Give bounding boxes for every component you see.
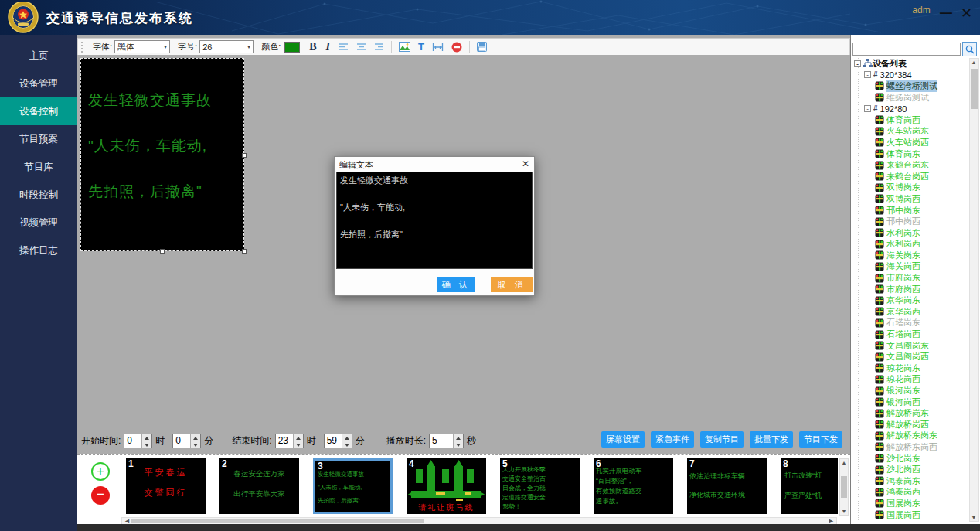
sidebar-item-2[interactable]: 设备管理 xyxy=(0,70,77,97)
add-program-button[interactable]: + xyxy=(91,462,110,481)
save-icon[interactable] xyxy=(477,42,487,52)
sidebar-item-5[interactable]: 节目库 xyxy=(0,153,77,181)
tree-root[interactable]: -设备列表 xyxy=(851,58,968,70)
tree-device[interactable]: 维扬岗测试 xyxy=(851,92,968,104)
tree-device[interactable]: 来鹤台岗西 xyxy=(851,171,968,182)
confirm-button[interactable]: 确 认 xyxy=(437,277,475,292)
action-button-3[interactable]: 复制节目 xyxy=(700,431,744,448)
tree-device[interactable]: 国展岗西 xyxy=(851,509,968,521)
tree-device[interactable]: 体育岗西 xyxy=(851,114,968,126)
align-left-icon[interactable] xyxy=(339,43,349,51)
collapse-icon[interactable]: - xyxy=(864,105,871,112)
program-thumbnail-6[interactable]: 6扎实开展电动车 “百日整治”， 有效预防道路交 通事故。 xyxy=(594,458,673,514)
sidebar-item-7[interactable]: 视频管理 xyxy=(0,209,77,237)
duration-stepper[interactable]: 5 xyxy=(429,434,464,448)
sidebar-item-6[interactable]: 时段控制 xyxy=(0,181,77,209)
stepper-buttons[interactable] xyxy=(453,434,463,448)
tree-device[interactable]: 鸿泰岗东 xyxy=(851,475,968,487)
text-tool-button[interactable]: T xyxy=(418,41,424,53)
tree-device[interactable]: 海关岗西 xyxy=(851,261,968,273)
search-button[interactable] xyxy=(962,42,977,56)
start-hour-stepper[interactable]: 0 xyxy=(124,434,152,448)
stepper-buttons[interactable] xyxy=(293,434,303,448)
close-button[interactable]: ✕ xyxy=(961,5,972,22)
tree-device[interactable]: 邗中岗西 xyxy=(851,216,968,227)
font-size-select[interactable]: 26 ▾ xyxy=(199,40,254,53)
marquee-width-icon[interactable] xyxy=(432,43,444,52)
tree-device[interactable]: 京华岗东 xyxy=(851,294,968,306)
tree-device[interactable]: 国展岗东 xyxy=(851,498,968,509)
tree-device[interactable]: 沙北岗东 xyxy=(851,453,968,465)
program-thumbnail-5[interactable]: 5大力开展秋冬季 交通安全整治百 日会战，全力稳 定道路交通安全 形势！ xyxy=(500,458,580,514)
tree-device[interactable]: 水利岗西 xyxy=(851,239,968,250)
tree-device[interactable]: 解放桥岗西 xyxy=(851,419,968,431)
tree-device[interactable]: 双博岗西 xyxy=(851,193,968,205)
font-select[interactable]: 黑体 ▾ xyxy=(114,40,170,53)
insert-image-icon[interactable] xyxy=(399,42,410,52)
tree-group-2[interactable]: -#192*80 xyxy=(851,103,968,114)
scroll-down-icon[interactable]: ▼ xyxy=(970,515,978,520)
cancel-button[interactable]: 取 消 xyxy=(491,277,533,292)
stepper-buttons[interactable] xyxy=(190,434,200,448)
scroll-up-icon[interactable]: ▲ xyxy=(970,60,978,65)
action-button-4[interactable]: 批量下发 xyxy=(750,431,793,448)
dialog-textarea[interactable]: 发生轻微交通事故 "人未伤，车能动, 先拍照，后撤离" xyxy=(336,172,533,269)
program-vertical-scrollbar[interactable]: ▲ ▼ xyxy=(839,458,849,516)
resize-handle-bottom[interactable] xyxy=(160,249,165,254)
tree-device[interactable]: 鸿泰岗西 xyxy=(851,487,968,499)
program-thumbnail-8[interactable]: 8打击改装“灯 严查严处“机 xyxy=(781,458,838,514)
align-right-icon[interactable] xyxy=(374,43,384,51)
sidebar-item-1[interactable]: 主页 xyxy=(0,42,77,70)
stop-icon[interactable] xyxy=(451,42,462,53)
tree-device[interactable]: 海关岗东 xyxy=(851,250,968,261)
tree-device[interactable]: 文昌阁岗东 xyxy=(851,340,968,352)
sidebar-item-8[interactable]: 操作日志 xyxy=(0,237,77,264)
program-thumbnail-1[interactable]: 1平安春运 交警同行 xyxy=(126,458,206,514)
tree-device[interactable]: 解放桥东岗东 xyxy=(851,431,968,442)
scrollbar-thumb[interactable] xyxy=(841,476,847,498)
resize-handle-right[interactable] xyxy=(242,153,247,158)
end-hour-stepper[interactable]: 23 xyxy=(275,434,304,448)
tree-device[interactable]: 石塔岗东 xyxy=(851,318,968,329)
tree-device[interactable]: 琼花岗东 xyxy=(851,363,968,374)
action-button-2[interactable]: 紧急事件 xyxy=(651,431,694,448)
tree-device[interactable]: 石塔岗西 xyxy=(851,328,968,340)
scrollbar-thumb[interactable] xyxy=(131,519,424,523)
tree-device[interactable]: 银河岗西 xyxy=(851,397,968,408)
program-thumbnail-7[interactable]: 7依法治理非标车辆 净化城市交通环境 xyxy=(687,458,767,514)
program-thumbnail-4[interactable]: 4请礼让斑马线 xyxy=(407,458,486,514)
program-thumbnail-2[interactable]: 2春运安全连万家 出行平安靠大家 xyxy=(219,458,299,514)
led-preview-region[interactable]: 发生轻微交通事故 "人未伤，车能动, 先拍照，后撤离" xyxy=(80,58,244,251)
resize-handle-corner[interactable] xyxy=(242,249,247,254)
device-tree-scrollbar[interactable]: ▲ ▼ xyxy=(969,58,979,522)
tree-device[interactable]: 京华岗西 xyxy=(851,306,968,318)
collapse-icon[interactable]: - xyxy=(864,71,871,78)
dialog-close-icon[interactable]: ✕ xyxy=(522,158,529,169)
logged-in-user[interactable]: adm xyxy=(906,5,937,15)
tree-group-1[interactable]: -#320*384 xyxy=(851,70,968,81)
tree-device[interactable]: 市府岗西 xyxy=(851,284,968,295)
tree-device[interactable]: 文昌阁岗西 xyxy=(851,351,968,363)
program-thumbnail-3[interactable]: 3发生轻微交通事故 "人未伤，车能动, 先拍照，后撤离" xyxy=(313,458,393,514)
italic-button[interactable]: I xyxy=(326,41,330,53)
tree-device[interactable]: 银河岗东 xyxy=(851,385,968,397)
tree-device[interactable]: 解放桥东岗西 xyxy=(851,441,968,453)
start-minute-stepper[interactable]: 0 xyxy=(172,434,201,448)
sidebar-item-3[interactable]: 设备控制 xyxy=(0,97,77,125)
stepper-buttons[interactable] xyxy=(141,434,151,448)
tree-device[interactable]: 火车站岗东 xyxy=(851,126,968,138)
tree-device[interactable]: 沙北岗西 xyxy=(851,464,968,475)
action-button-1[interactable]: 屏幕设置 xyxy=(601,431,645,448)
device-search-input[interactable] xyxy=(852,43,961,56)
scroll-up-icon[interactable]: ▲ xyxy=(840,460,848,465)
tree-device[interactable]: 火车站岗西 xyxy=(851,137,968,148)
remove-program-button[interactable]: − xyxy=(91,486,110,505)
tree-device[interactable]: 水利岗东 xyxy=(851,227,968,239)
tree-device[interactable]: 琼花岗西 xyxy=(851,374,968,386)
collapse-icon[interactable]: - xyxy=(854,60,861,67)
stepper-buttons[interactable] xyxy=(342,434,352,448)
minimize-button[interactable]: — xyxy=(940,6,952,20)
sidebar-item-4[interactable]: 节目预案 xyxy=(0,125,77,153)
bold-button[interactable]: B xyxy=(309,41,316,53)
tree-device[interactable]: 邗中岗东 xyxy=(851,205,968,216)
